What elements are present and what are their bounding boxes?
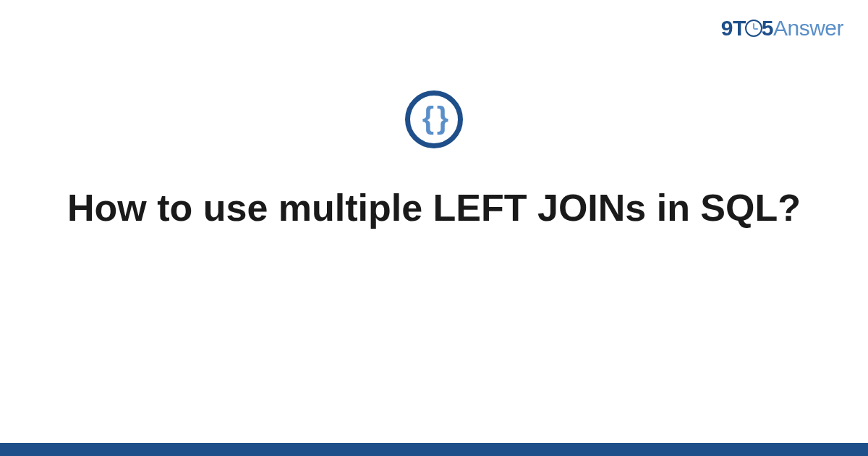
clock-icon <box>745 20 762 37</box>
brand-text-9t: 9T <box>721 16 746 40</box>
footer-bar <box>0 443 868 456</box>
main-content: { } How to use multiple LEFT JOINs in SQ… <box>0 90 868 232</box>
site-brand-logo: 9T5Answer <box>721 16 843 41</box>
brand-text-5: 5 <box>762 16 773 40</box>
question-title: How to use multiple LEFT JOINs in SQL? <box>0 185 868 232</box>
braces-glyph: { } <box>422 103 446 133</box>
code-braces-icon: { } <box>405 90 463 148</box>
brand-text-answer: Answer <box>773 16 843 40</box>
